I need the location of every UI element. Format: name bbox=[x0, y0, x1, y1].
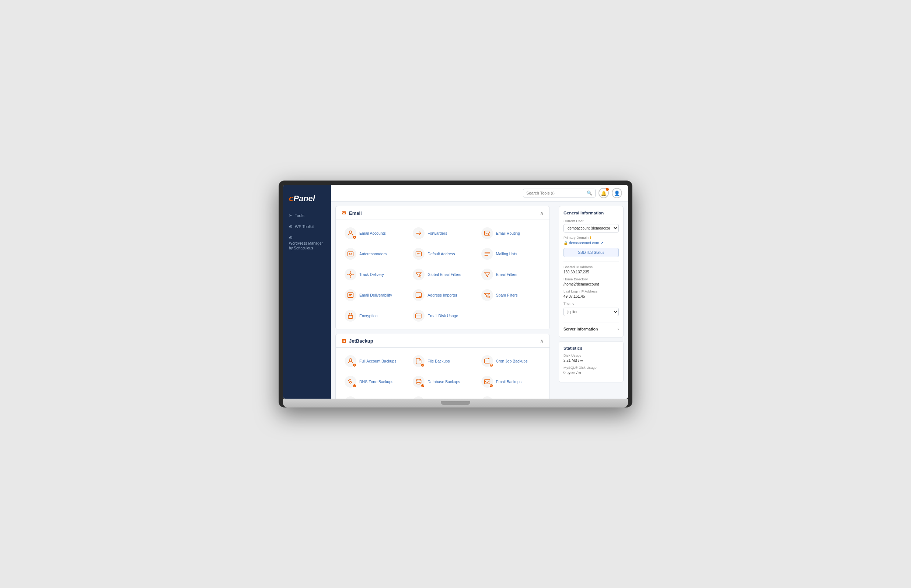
database-backups-badge: ↺ bbox=[421, 384, 425, 388]
snapshots-item[interactable]: ↺ Snapshots bbox=[410, 394, 475, 399]
jetbackup-section-header[interactable]: ⊞ JetBackup ∧ bbox=[336, 334, 549, 348]
gdpr-compliance-item[interactable]: ↺ GDPR Compliance bbox=[478, 394, 544, 399]
sidebar-wptoolkit-link[interactable]: ⊕ WP Toolkit bbox=[286, 222, 328, 231]
cpanel-panel: Panel bbox=[293, 194, 315, 203]
dns-zone-backups-label: DNS Zone Backups bbox=[359, 380, 393, 384]
email-accounts-badge: + bbox=[353, 236, 356, 239]
track-delivery-item[interactable]: Track Delivery bbox=[342, 266, 407, 283]
default-address-label: Default Address bbox=[428, 252, 455, 256]
mailing-lists-icon bbox=[481, 248, 493, 260]
file-backups-item[interactable]: ↺ File Backups bbox=[410, 352, 475, 370]
svg-point-27 bbox=[350, 379, 351, 380]
svg-rect-19 bbox=[348, 315, 353, 318]
jetbackup-section-panel: ⊞ JetBackup ∧ bbox=[335, 334, 550, 399]
email-disk-usage-icon bbox=[413, 310, 425, 321]
disk-usage-label: Disk Usage bbox=[564, 353, 619, 357]
email-backups-item[interactable]: ↺ Email Backups bbox=[478, 373, 544, 391]
database-backups-label: Database Backups bbox=[428, 380, 460, 384]
theme-label: Theme bbox=[564, 301, 619, 305]
sidebar-item-wp-manager[interactable]: ⊕ WordPress Manager by Softaculous bbox=[286, 233, 328, 253]
spam-filters-item[interactable]: Spam Filters bbox=[478, 286, 544, 304]
statistics-title: Statistics bbox=[564, 346, 619, 351]
svg-point-6 bbox=[417, 254, 418, 255]
full-account-backups-item[interactable]: ↺ Full Account Backups bbox=[342, 352, 407, 370]
user-button[interactable]: 👤 bbox=[612, 188, 622, 198]
external-link-icon: ↗ bbox=[600, 241, 603, 245]
laptop-screen: cPanel ✂ Tools ⊕ WP Toolkit bbox=[283, 185, 628, 399]
divider-2 bbox=[564, 322, 619, 322]
cron-job-backups-icon: ↺ bbox=[481, 355, 493, 367]
default-address-item[interactable]: Default Address bbox=[410, 245, 475, 263]
divider-1 bbox=[564, 262, 619, 262]
queue-item[interactable]: ↺ Queue bbox=[342, 394, 407, 399]
database-backups-item[interactable]: ↺ Database Backups bbox=[410, 373, 475, 391]
track-delivery-label: Track Delivery bbox=[359, 272, 384, 277]
ssl-tls-button[interactable]: SSL/TLS Status bbox=[564, 248, 619, 257]
last-login-value: 49.37.151.45 bbox=[564, 294, 619, 299]
email-deliverability-item[interactable]: Email Deliverability bbox=[342, 286, 407, 304]
address-importer-item[interactable]: Address Importer bbox=[410, 286, 475, 304]
queue-icon: ↺ bbox=[344, 396, 356, 399]
snapshots-icon: ↺ bbox=[413, 396, 425, 399]
general-info-title: General Information bbox=[564, 211, 619, 215]
cron-job-backups-item[interactable]: ↺ Cron Job Backups bbox=[478, 352, 544, 370]
email-routing-item[interactable]: Email Routing bbox=[478, 225, 544, 242]
statistics-section: Statistics Disk Usage 2.21 MB / ∞ MySQL®… bbox=[559, 341, 623, 383]
dns-zone-backups-icon: ↺ bbox=[344, 376, 356, 388]
sidebar-wpmanager-label: WordPress Manager by Softaculous bbox=[289, 241, 325, 250]
email-backups-badge: ↺ bbox=[489, 384, 493, 388]
notification-badge bbox=[606, 187, 609, 191]
mailing-lists-item[interactable]: Mailing Lists bbox=[478, 245, 544, 263]
jetbackup-section-icon: ⊞ bbox=[342, 338, 346, 344]
general-info-section: General Information Current User demoacc… bbox=[559, 206, 623, 338]
sidebar-item-wp-toolkit[interactable]: ⊕ WP Toolkit bbox=[286, 222, 328, 231]
last-login-label: Last Login IP Address bbox=[564, 289, 619, 293]
home-dir-row: Home Directory /home2/demoaccount bbox=[564, 277, 619, 286]
primary-domain-link[interactable]: 🔒 demoaccount.com ↗ bbox=[564, 241, 619, 245]
last-login-row: Last Login IP Address 49.37.151.45 bbox=[564, 289, 619, 299]
notifications-button[interactable]: 🔔 bbox=[599, 188, 609, 198]
email-section-header[interactable]: ✉ Email ∧ bbox=[336, 206, 549, 220]
autoresponders-item[interactable]: Autoresponders bbox=[342, 245, 407, 263]
svg-point-3 bbox=[350, 253, 352, 255]
email-tools-grid: + Email Accounts bbox=[342, 225, 544, 325]
email-deliverability-icon bbox=[344, 289, 356, 301]
primary-domain-info-icon: ℹ bbox=[590, 236, 591, 239]
encryption-icon bbox=[344, 310, 356, 321]
search-input[interactable] bbox=[526, 191, 585, 195]
theme-select[interactable]: jupiter bbox=[564, 308, 619, 316]
sidebar: cPanel ✂ Tools ⊕ WP Toolkit bbox=[283, 185, 331, 399]
cpanel-logo: cPanel bbox=[289, 194, 325, 204]
primary-domain-wrapper: Primary Domain ℹ bbox=[564, 236, 619, 239]
main-content: 🔍 🔔 👤 ✉ bbox=[331, 185, 628, 399]
home-dir-value: /home2/demoaccount bbox=[564, 282, 619, 286]
server-info-row[interactable]: Server Information › bbox=[564, 325, 619, 333]
current-user-select[interactable]: demoaccount (demoaccount.com) bbox=[564, 224, 619, 233]
sidebar-tools-link[interactable]: ✂ Tools bbox=[286, 211, 328, 220]
forwarders-item[interactable]: Forwarders bbox=[410, 225, 475, 242]
full-account-backups-icon: ↺ bbox=[344, 355, 356, 367]
email-disk-usage-item[interactable]: Email Disk Usage bbox=[410, 307, 475, 325]
autoresponders-label: Autoresponders bbox=[359, 252, 387, 256]
address-importer-icon bbox=[413, 289, 425, 301]
email-routing-icon bbox=[481, 227, 493, 239]
gdpr-compliance-icon: ↺ bbox=[481, 396, 493, 399]
dns-zone-backups-item[interactable]: ↺ DNS Zone Backups bbox=[342, 373, 407, 391]
email-section-header-left: ✉ Email bbox=[342, 210, 362, 216]
email-accounts-item[interactable]: + Email Accounts bbox=[342, 225, 407, 242]
cpanel-c: c bbox=[289, 194, 293, 203]
encryption-item[interactable]: Encryption bbox=[342, 307, 407, 325]
sidebar-wpmanager-link[interactable]: ⊕ WordPress Manager by Softaculous bbox=[286, 233, 328, 253]
email-filters-item[interactable]: Email Filters bbox=[478, 266, 544, 283]
email-filters-icon bbox=[481, 268, 493, 280]
sidebar-item-tools[interactable]: ✂ Tools bbox=[286, 211, 328, 220]
theme-row: Theme jupiter bbox=[564, 301, 619, 319]
right-panel: General Information Current User demoacc… bbox=[554, 202, 628, 399]
jetbackup-section-body: ↺ Full Account Backups bbox=[336, 348, 549, 399]
search-submit-button[interactable]: 🔍 bbox=[587, 191, 592, 195]
svg-rect-2 bbox=[348, 252, 354, 256]
global-email-filters-item[interactable]: Global Email Filters bbox=[410, 266, 475, 283]
content-area: ✉ Email ∧ bbox=[331, 202, 628, 399]
email-section-panel: ✉ Email ∧ bbox=[335, 206, 550, 330]
dns-zone-backups-badge: ↺ bbox=[353, 384, 356, 388]
